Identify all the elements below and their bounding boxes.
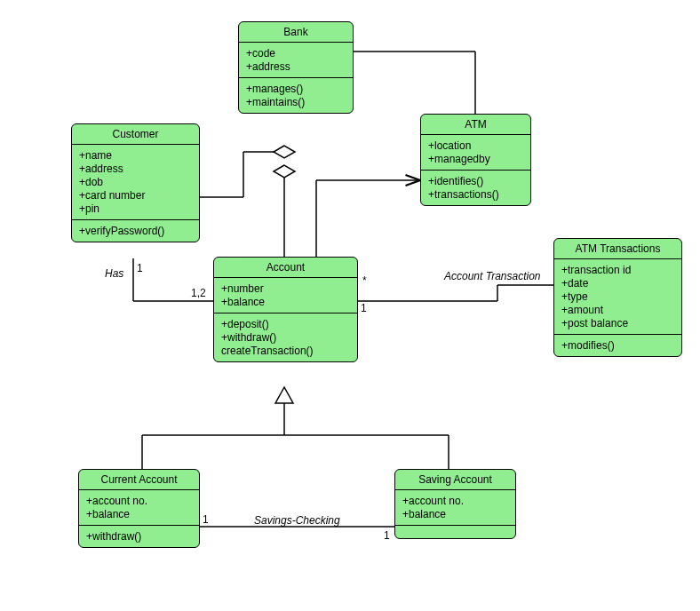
class-operations: +withdraw() xyxy=(79,526,199,547)
class-title: Saving Account xyxy=(395,470,515,490)
class-operations xyxy=(395,526,515,538)
multiplicity-account-12: 1,2 xyxy=(191,287,206,299)
class-customer: Customer +name +address +dob +card numbe… xyxy=(71,123,200,242)
multiplicity-customer-1: 1 xyxy=(137,262,143,274)
class-attributes: +name +address +dob +card number +pin xyxy=(72,145,199,220)
relation-label-savings-checking: Savings-Checking xyxy=(254,514,340,527)
relation-label-account-transaction: Account Transaction xyxy=(444,270,541,282)
class-title: ATM xyxy=(421,115,530,135)
multiplicity-account-star: * xyxy=(362,274,367,287)
class-atm: ATM +location +managedby +identifies() +… xyxy=(420,114,531,206)
uml-class-diagram: Bank +code +address +manages() +maintain… xyxy=(0,0,700,611)
class-attributes: +number +balance xyxy=(214,278,357,313)
class-title: Bank xyxy=(239,22,353,43)
multiplicity-current-1: 1 xyxy=(203,513,209,526)
class-operations: +identifies() +transactions() xyxy=(421,171,530,205)
relation-label-has: Has xyxy=(105,267,123,280)
class-attributes: +code +address xyxy=(239,43,353,78)
class-title: Customer xyxy=(72,124,199,145)
class-title: Account xyxy=(214,258,357,278)
class-account: Account +number +balance +deposit() +wit… xyxy=(213,257,358,362)
svg-marker-8 xyxy=(274,165,295,178)
class-saving-account: Saving Account +account no. +balance xyxy=(394,469,516,539)
class-attributes: +account no. +balance xyxy=(79,490,199,526)
class-operations: +modifies() xyxy=(554,335,681,356)
class-operations: +verifyPassword() xyxy=(72,220,199,242)
multiplicity-saving-1: 1 xyxy=(384,529,390,542)
class-current-account: Current Account +account no. +balance +w… xyxy=(78,469,200,548)
class-attributes: +location +managedby xyxy=(421,135,530,171)
class-operations: +manages() +maintains() xyxy=(239,78,353,113)
svg-marker-2 xyxy=(274,146,295,158)
class-attributes: +account no. +balance xyxy=(395,490,515,526)
class-bank: Bank +code +address +manages() +maintain… xyxy=(238,21,354,114)
multiplicity-account-trans-1: 1 xyxy=(361,302,367,314)
class-operations: +deposit() +withdraw() createTransaction… xyxy=(214,313,357,361)
class-atm-transactions: ATM Transactions +transaction id +date +… xyxy=(553,238,682,357)
svg-marker-17 xyxy=(275,387,293,403)
class-title: Current Account xyxy=(79,470,199,490)
class-title: ATM Transactions xyxy=(554,239,681,259)
class-attributes: +transaction id +date +type +amount +pos… xyxy=(554,259,681,335)
